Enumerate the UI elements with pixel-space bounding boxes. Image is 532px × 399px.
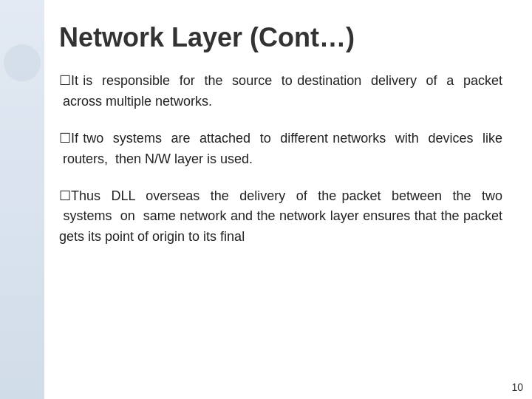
bullet-text-1: is responsible for the source to destina… bbox=[59, 73, 502, 109]
left-decoration bbox=[0, 0, 44, 399]
title-text-part2: (Cont…) bbox=[250, 22, 355, 52]
slide-number: 10 bbox=[511, 381, 523, 393]
slide-container: Network Layer (Cont…) ☐It is responsible… bbox=[0, 0, 532, 399]
bullet-marker-2: ☐If bbox=[59, 131, 78, 146]
bullet-marker-3: ☐Thus bbox=[59, 188, 100, 203]
bullet-item-3: ☐Thus DLL overseas the delivery of the p… bbox=[59, 186, 502, 248]
title-text-part1: Network Layer bbox=[59, 22, 250, 52]
bullet-text-2: two systems are attached to different ne… bbox=[59, 131, 502, 166]
bullet-item-2: ☐If two systems are attached to differen… bbox=[59, 129, 502, 170]
bullet-marker-1: ☐It bbox=[59, 73, 78, 88]
bullet-item-1: ☐It is responsible for the source to des… bbox=[59, 71, 502, 112]
slide-title: Network Layer (Cont…) bbox=[59, 22, 502, 53]
bullet-text-3: DLL overseas the delivery of the packet … bbox=[59, 188, 502, 245]
decoration-circle bbox=[4, 44, 41, 81]
